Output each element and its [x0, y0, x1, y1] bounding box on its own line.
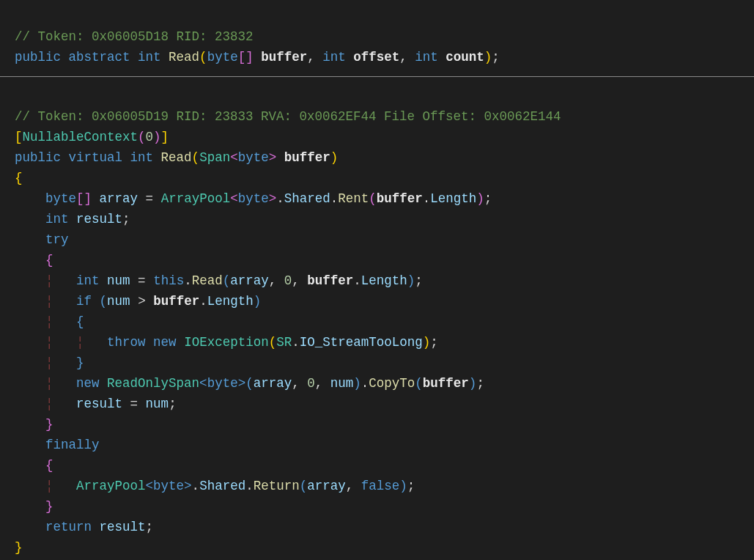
keyword-int: int	[130, 150, 154, 165]
keyword-public: public	[15, 150, 61, 165]
type-sr: SR	[276, 335, 292, 350]
prop-length: Length	[207, 294, 254, 309]
literal-zero: 0	[284, 273, 292, 288]
type-readonlyspan: ReadOnlySpan	[107, 376, 199, 391]
type-ioexception: IOException	[184, 335, 269, 350]
var-buffer: buffer	[153, 294, 199, 309]
type-byte: byte	[238, 191, 269, 206]
code-editor-pane[interactable]: // Token: 0x06005D18 RID: 23832 public a…	[0, 0, 754, 73]
method-copyto: CopyTo	[369, 376, 415, 391]
prop-shared: Shared	[284, 191, 330, 206]
keyword-abstract: abstract	[69, 50, 130, 65]
attribute-name: NullableContext	[23, 130, 138, 144]
keyword-false: false	[361, 479, 400, 493]
type-byte: byte	[153, 479, 184, 493]
keyword-virtual: virtual	[69, 150, 123, 165]
keyword-try: try	[45, 232, 69, 247]
keyword-int: int	[76, 273, 100, 288]
type-byte: byte	[45, 191, 76, 206]
prop-shared: Shared	[199, 479, 245, 493]
prop-length: Length	[361, 273, 407, 288]
type-byte: byte	[238, 150, 269, 165]
method-name: Read	[161, 150, 192, 165]
param-count: count	[446, 50, 484, 65]
attribute-arg: 0	[146, 130, 154, 144]
keyword-int: int	[138, 50, 161, 65]
param-offset: offset	[353, 50, 399, 65]
keyword-new: new	[76, 376, 100, 391]
param-buffer: buffer	[284, 150, 330, 165]
prop-streamtoolong: IO_StreamTooLong	[300, 335, 423, 350]
var-num: num	[107, 273, 130, 288]
var-buffer: buffer	[307, 273, 353, 288]
type-arraypool: ArrayPool	[161, 191, 231, 206]
var-array: array	[254, 376, 292, 391]
method-rent: Rent	[338, 191, 369, 206]
var-num: num	[146, 397, 169, 411]
var-array: array	[230, 273, 269, 288]
type-byte: byte	[207, 50, 238, 65]
param-buffer: buffer	[261, 50, 307, 65]
var-array: array	[307, 479, 346, 493]
keyword-int: int	[322, 50, 346, 65]
prop-length: Length	[430, 191, 476, 206]
method-name: Read	[169, 50, 199, 65]
keyword-throw: throw	[107, 335, 146, 350]
type-byte: byte	[207, 376, 238, 391]
keyword-this: this	[153, 273, 184, 288]
var-num: num	[107, 294, 130, 309]
keyword-finally: finally	[45, 438, 100, 452]
var-result: result	[76, 212, 122, 226]
keyword-int: int	[415, 50, 438, 65]
literal-zero: 0	[307, 376, 315, 391]
keyword-new: new	[153, 335, 177, 350]
method-read: Read	[192, 273, 223, 288]
var-num: num	[330, 376, 354, 391]
code-editor-pane-2[interactable]: // Token: 0x06005D19 RID: 23833 RVA: 0x0…	[0, 80, 754, 560]
keyword-public: public	[15, 50, 61, 65]
var-buffer: buffer	[377, 191, 423, 206]
section-divider	[0, 76, 754, 77]
keyword-if: if	[76, 294, 92, 309]
type-arraypool: ArrayPool	[76, 479, 146, 493]
var-result: result	[76, 397, 122, 411]
keyword-return: return	[45, 520, 92, 534]
var-buffer: buffer	[423, 376, 469, 391]
keyword-int: int	[45, 212, 69, 226]
var-array: array	[100, 191, 138, 206]
type-span: Span	[199, 150, 230, 165]
var-result: result	[100, 520, 146, 534]
comment-line: // Token: 0x06005D19 RID: 23833 RVA: 0x0…	[15, 109, 561, 124]
comment-line: // Token: 0x06005D18 RID: 23832	[15, 29, 254, 44]
method-return: Return	[254, 479, 300, 493]
